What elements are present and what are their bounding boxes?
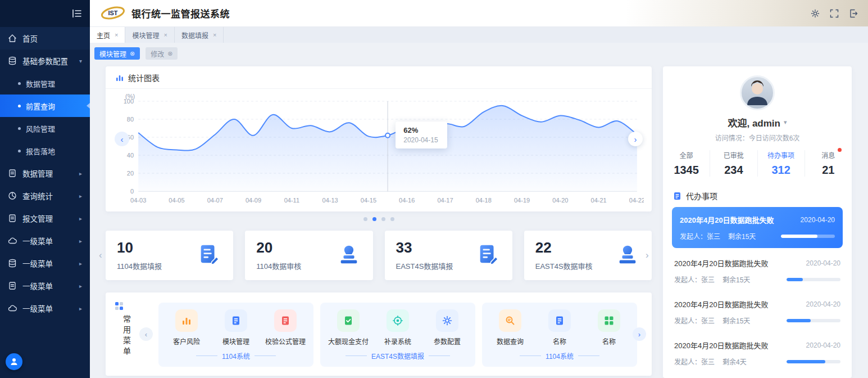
stat-pending[interactable]: 待办事项 312 bbox=[757, 150, 805, 177]
menu-item-formula-mgmt[interactable]: 校验公式管理 bbox=[261, 309, 310, 346]
carousel-dot[interactable] bbox=[372, 217, 376, 221]
fullscreen-icon[interactable] bbox=[830, 9, 839, 18]
sidebar-item-level1-menu-4[interactable]: 一级菜单 ▸ bbox=[0, 297, 90, 320]
chip-label: 修改 bbox=[151, 49, 164, 58]
sidebar-item-label: 一级菜单 bbox=[22, 258, 53, 269]
sidebar-item-label: 首页 bbox=[22, 33, 38, 44]
menu-item-label: 参数配置 bbox=[422, 336, 472, 346]
avatar[interactable] bbox=[740, 75, 775, 110]
menu-group-caption: 1104系统 bbox=[485, 351, 634, 361]
svg-text:04-09: 04-09 bbox=[246, 197, 261, 204]
assistant-button[interactable] bbox=[6, 353, 22, 370]
sidebar-item-label: 一级菜单 bbox=[22, 303, 53, 314]
welcome-row[interactable]: 欢迎, admin ▾ bbox=[663, 115, 852, 129]
todo-initiator: 发起人：张三 bbox=[674, 316, 722, 325]
close-icon[interactable]: ⊗ bbox=[130, 50, 135, 57]
tab-module-mgmt[interactable]: 模块管理 × bbox=[125, 27, 174, 43]
caption-text: 1104系统 bbox=[222, 351, 250, 361]
close-icon[interactable]: ⊗ bbox=[167, 50, 172, 57]
bar-chart-icon bbox=[175, 309, 198, 332]
todo-remaining: 剩余15天 bbox=[722, 274, 760, 284]
tab-bar: 主页 × 模块管理 × 数据填报 × bbox=[90, 27, 868, 43]
chevron-right-icon: ▸ bbox=[79, 238, 82, 244]
app-logo: IST bbox=[100, 5, 126, 22]
chevron-right-icon: ▸ bbox=[79, 283, 82, 289]
stat-all[interactable]: 全部 1345 bbox=[663, 150, 710, 177]
menu-item-module-mgmt[interactable]: 模块管理 bbox=[211, 309, 261, 346]
sidebar-item-report-landing[interactable]: 报告落地 bbox=[0, 140, 90, 162]
grid-icon bbox=[598, 309, 620, 332]
sidebar-item-data-mgmt-2[interactable]: 数据管理 ▸ bbox=[0, 162, 90, 184]
stat-cards-row: 10 1104数据填报 20 1104数据审核 33 EAST4S数据填报 22… bbox=[106, 231, 652, 280]
chip-modify[interactable]: 修改 ⊗ bbox=[146, 47, 178, 60]
tab-home[interactable]: 主页 × bbox=[90, 27, 125, 43]
sidebar-item-level1-menu-1[interactable]: 一级菜单 ▸ bbox=[0, 230, 90, 252]
svg-text:04-18: 04-18 bbox=[476, 197, 492, 204]
svg-text:0: 0 bbox=[130, 188, 134, 195]
close-icon[interactable]: × bbox=[163, 32, 167, 38]
menu-item-name-2[interactable]: 名称 bbox=[584, 309, 634, 346]
sidebar-item-level1-menu-2[interactable]: 一级菜单 ▸ bbox=[0, 252, 90, 274]
menu-group-1104-2: 数据查询 名称 名称 1104系统 bbox=[482, 303, 637, 367]
stat-card-east4s-review[interactable]: 22 EAST4S数据审核 bbox=[524, 231, 652, 280]
caption-text: EAST4S数据填报 bbox=[371, 351, 424, 361]
todo-item[interactable]: 2020年4月20日数据跑批失败 2020-04-20 发起人：张三 剩余15天 bbox=[672, 250, 843, 291]
close-icon[interactable]: × bbox=[115, 32, 118, 38]
sidebar-item-risk-mgmt[interactable]: 风险管理 bbox=[0, 117, 90, 140]
carousel-dot[interactable] bbox=[390, 217, 394, 221]
sidebar-item-level1-menu-3[interactable]: 一级菜单 ▸ bbox=[0, 274, 90, 297]
stat-card-east4s-entry[interactable]: 33 EAST4S数据填报 bbox=[385, 231, 512, 280]
tab-label: 数据填报 bbox=[181, 30, 208, 40]
menu-item-supplement-system[interactable]: 补录系统 bbox=[373, 309, 422, 346]
logout-icon[interactable] bbox=[849, 9, 858, 18]
stamp-icon bbox=[616, 243, 639, 267]
sidebar-item-pre-query[interactable]: 前置查询 bbox=[0, 94, 90, 117]
menu-item-label: 名称 bbox=[535, 336, 584, 346]
chart-next-button[interactable]: › bbox=[628, 132, 643, 146]
chevron-left-icon: ‹ bbox=[121, 134, 124, 144]
chart-prev-button[interactable]: ‹ bbox=[115, 132, 129, 146]
stat-messages[interactable]: 消息 21 bbox=[805, 150, 852, 177]
stat-approved[interactable]: 已审批 234 bbox=[710, 150, 757, 177]
chip-module-mgmt[interactable]: 模块管理 ⊗ bbox=[94, 47, 140, 60]
menu-prev-button[interactable]: ‹ bbox=[139, 327, 153, 341]
doc-edit-icon bbox=[548, 309, 571, 332]
carousel-dot[interactable] bbox=[381, 217, 385, 221]
close-icon[interactable]: × bbox=[213, 32, 216, 38]
stats-next-icon[interactable]: › bbox=[646, 250, 649, 261]
menu-item-customer-risk[interactable]: 客户风险 bbox=[162, 309, 211, 346]
sidebar-item-data-mgmt[interactable]: 数据管理 bbox=[0, 72, 90, 94]
sidebar-item-message-mgmt[interactable]: 报文管理 ▸ bbox=[0, 207, 90, 230]
menu-next-button[interactable]: › bbox=[633, 327, 646, 341]
stats-prev-icon[interactable]: ‹ bbox=[99, 250, 102, 261]
carousel-dot[interactable] bbox=[363, 217, 367, 221]
todo-item[interactable]: 2020年4月20日数据跑批失败 2020-04-20 发起人：张三 剩余4天 bbox=[672, 332, 843, 374]
sidebar-menu: 首页 基础参数配置 ▾ 数据管理 前置查询 风险管理 报告落地 数据管理 ▸ bbox=[0, 27, 90, 320]
database-icon bbox=[8, 56, 17, 65]
todo-remaining: 剩余15天 bbox=[728, 231, 765, 241]
todo-date: 2020-04-20 bbox=[801, 216, 835, 224]
stat-card-1104-review[interactable]: 20 1104数据审核 bbox=[245, 231, 372, 280]
todo-title: 2020年4月20日数据跑批失败 bbox=[680, 214, 774, 225]
sidebar-item-query-stats[interactable]: 查询统计 ▸ bbox=[0, 184, 90, 207]
svg-text:04-15: 04-15 bbox=[361, 197, 376, 204]
common-menu-label: 常用菜单 bbox=[121, 315, 132, 358]
menu-item-cash-payment[interactable]: 大额现金支付 bbox=[324, 309, 373, 346]
profile-panel: 欢迎, admin ▾ 访问情况：今日访问次数6次 全部 1345 已审批 23… bbox=[663, 66, 852, 378]
tab-data-entry[interactable]: 数据填报 × bbox=[175, 27, 224, 43]
todo-header: 代办事项 bbox=[663, 183, 852, 207]
sidebar-item-basic-config[interactable]: 基础参数配置 ▾ bbox=[0, 50, 90, 72]
menu-group-1104: 客户风险 模块管理 校验公式管理 1104系统 bbox=[158, 303, 313, 367]
menu-item-name-1[interactable]: 名称 bbox=[535, 309, 584, 346]
todo-item[interactable]: 2020年4月20日数据跑批失败 2020-04-20 发起人：张三 剩余15天 bbox=[672, 207, 843, 248]
line-chart[interactable]: 020406080100(%)04-0304-0504-0704-0904-11… bbox=[113, 92, 644, 207]
todo-initiator: 发起人：张三 bbox=[680, 231, 728, 241]
todo-item[interactable]: 2020年4月20日数据跑批失败 2020-04-20 发起人：张三 剩余15天 bbox=[672, 291, 843, 332]
menu-item-data-query[interactable]: 数据查询 bbox=[485, 309, 535, 346]
settings-icon[interactable] bbox=[811, 9, 820, 18]
stat-card-1104-entry[interactable]: 10 1104数据填报 bbox=[106, 231, 233, 280]
todo-initiator: 发起人：张三 bbox=[674, 274, 722, 284]
menu-item-param-config[interactable]: 参数配置 bbox=[422, 309, 472, 346]
collapse-menu-icon[interactable] bbox=[72, 9, 82, 18]
sidebar-item-home[interactable]: 首页 bbox=[0, 27, 90, 50]
